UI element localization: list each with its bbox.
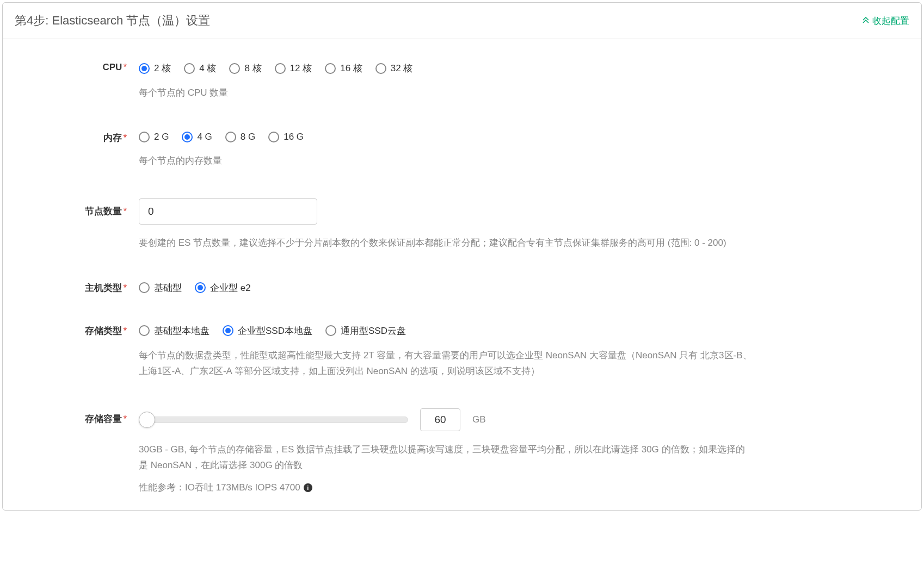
slider-track [139, 416, 408, 423]
storage-type-row: 存储类型* 基础型本地盘 企业型SSD本地盘 通用型SSD云盘 每个节点的数据盘… [15, 324, 909, 380]
storage-type-radio-group: 基础型本地盘 企业型SSD本地盘 通用型SSD云盘 [139, 324, 754, 337]
info-icon[interactable]: i [304, 483, 312, 492]
host-type-radio-group: 基础型 企业型 e2 [139, 281, 754, 294]
cpu-option-4[interactable]: 4 核 [184, 62, 216, 74]
host-type-enterprise[interactable]: 企业型 e2 [195, 282, 251, 294]
cpu-radio-group: 2 核 4 核 8 核 12 核 16 核 32 核 [139, 61, 754, 74]
storage-capacity-input[interactable] [420, 408, 460, 431]
memory-option-8g[interactable]: 8 G [225, 132, 255, 142]
memory-option-16g[interactable]: 16 G [268, 132, 304, 142]
host-type-basic[interactable]: 基础型 [139, 282, 182, 294]
node-count-input[interactable] [139, 198, 317, 225]
cpu-option-16[interactable]: 16 核 [325, 62, 362, 74]
memory-option-4g[interactable]: 4 G [182, 132, 212, 142]
storage-capacity-row: 存储容量* GB 30GB - GB, 每个节点的存储容量，ES 数据节点挂载了… [15, 408, 909, 494]
cpu-option-32[interactable]: 32 核 [375, 62, 413, 74]
host-type-label: 主机类型* [15, 281, 139, 294]
memory-label: 内存* [15, 130, 139, 144]
node-count-label: 节点数量* [15, 198, 139, 217]
cpu-label: CPU* [15, 61, 139, 73]
storage-type-ssd-cloud[interactable]: 通用型SSD云盘 [325, 325, 406, 337]
node-count-row: 节点数量* 要创建的 ES 节点数量，建议选择不少于分片副本数的个数来保证副本都… [15, 198, 909, 251]
storage-type-help: 每个节点的数据盘类型，性能型或超高性能型最大支持 2T 容量，有大容量需要的用户… [139, 348, 754, 380]
storage-perf-text: 性能参考：IO吞吐 173MB/s IOPS 4700 i [139, 481, 754, 494]
slider-handle[interactable] [139, 412, 155, 428]
cpu-option-2[interactable]: 2 核 [139, 62, 171, 74]
storage-capacity-unit: GB [472, 414, 486, 425]
memory-row: 内存* 2 G 4 G 8 G 16 G 每个节点的内存数量 [15, 130, 909, 169]
collapse-label: 收起配置 [872, 15, 909, 27]
node-count-help: 要创建的 ES 节点数量，建议选择不少于分片副本数的个数来保证副本都能正常分配；… [139, 235, 754, 251]
chevron-up-double-icon [863, 17, 869, 24]
cpu-option-8[interactable]: 8 核 [229, 62, 261, 74]
collapse-button[interactable]: 收起配置 [863, 15, 909, 27]
storage-type-ssd-local[interactable]: 企业型SSD本地盘 [223, 325, 312, 337]
storage-type-basic-local[interactable]: 基础型本地盘 [139, 325, 210, 337]
step-header: 第4步: Elasticsearch 节点（温）设置 收起配置 [3, 3, 921, 39]
storage-capacity-help: 30GB - GB, 每个节点的存储容量，ES 数据节点挂载了三块硬盘以提高读写… [139, 442, 754, 474]
cpu-help: 每个节点的 CPU 数量 [139, 85, 754, 101]
memory-radio-group: 2 G 4 G 8 G 16 G [139, 130, 754, 142]
cpu-row: CPU* 2 核 4 核 8 核 12 核 16 核 32 核 每个节点的 CP… [15, 61, 909, 101]
storage-capacity-label: 存储容量* [15, 408, 139, 425]
step-title: 第4步: Elasticsearch 节点（温）设置 [15, 13, 210, 29]
memory-option-2g[interactable]: 2 G [139, 132, 169, 142]
cpu-option-12[interactable]: 12 核 [275, 62, 312, 74]
storage-type-label: 存储类型* [15, 324, 139, 337]
memory-help: 每个节点的内存数量 [139, 153, 754, 169]
host-type-row: 主机类型* 基础型 企业型 e2 [15, 281, 909, 294]
storage-capacity-slider[interactable] [139, 413, 408, 427]
